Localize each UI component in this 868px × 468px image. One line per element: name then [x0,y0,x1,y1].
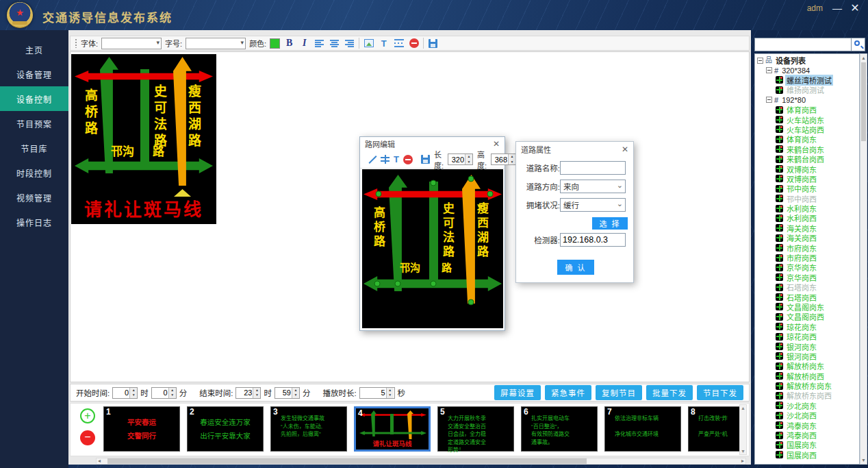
tree-item[interactable]: 琼花岗西 [755,332,859,341]
tree-item[interactable]: # 192*80 [755,95,859,105]
align-center-icon[interactable] [330,40,339,47]
stepper-arrows[interactable]: ▲▼ [253,388,260,398]
tree-item[interactable]: 鸿泰岗东 [755,420,859,430]
search-button[interactable] [852,38,865,51]
stepper-arrows[interactable]: ▲▼ [386,388,394,398]
control-point[interactable] [468,299,474,306]
program-thumbnail[interactable]: 2 春运安全连万家 出行平安靠大家 [187,406,264,452]
action-button[interactable]: 复制节目 [596,385,642,400]
tree-item[interactable]: 螺丝湾桥测试 [755,75,859,85]
dialog-titlebar[interactable]: 道路属性 ✕ [516,142,633,157]
save-icon[interactable] [421,155,430,164]
tree-item[interactable]: # 320*384 [755,65,859,75]
length-input[interactable] [448,154,465,164]
stepper-arrows[interactable]: ▲▼ [129,388,137,398]
duration-input[interactable] [360,388,386,398]
tree-item[interactable]: 沙北岗西 [755,410,859,420]
scroll-down-icon[interactable]: ▼ [860,458,867,463]
end-minute-input[interactable] [275,388,292,398]
action-button[interactable]: 节目下发 [697,385,743,400]
tree-item[interactable]: 水利岗东 [755,204,859,213]
tree-item[interactable]: 银河岗西 [755,352,859,361]
select-detector-button[interactable]: 选 择 [592,217,628,230]
road-name-input[interactable] [560,161,626,175]
tree-item[interactable]: 维扬岗测试 [755,85,859,95]
insert-text-icon[interactable]: T [378,38,390,49]
tree-expander-icon[interactable] [766,67,772,73]
road-cross-icon[interactable] [381,155,390,164]
action-button[interactable]: 紧急事件 [545,385,591,400]
tree-item[interactable]: 文昌阁岗东 [755,302,859,312]
tree-item[interactable]: 市府岗东 [755,243,859,252]
tree-item[interactable]: 市府岗西 [755,253,859,262]
delete-icon[interactable] [409,38,419,48]
tree-item[interactable]: 海关岗西 [755,233,859,243]
device-search-input[interactable] [754,38,852,51]
program-thumbnail[interactable]: 3 发生轻微交通事故 “人未伤，车能动, 先拍照，后撤离” [270,406,347,452]
tree-item[interactable]: 石塔岗西 [755,292,859,301]
bold-icon[interactable]: B [283,38,295,49]
tree-item[interactable]: 品 设备列表 [755,56,859,65]
thumbnail-scrollbar-horizontal[interactable]: ◂ ▸ [96,458,746,465]
save-icon[interactable] [429,39,437,48]
tree-item[interactable]: 海关岗东 [755,223,859,233]
tree-item[interactable]: 解放桥岗西 [755,371,859,381]
font-select[interactable] [101,38,162,49]
tree-item[interactable]: 双博岗东 [755,164,859,173]
tree-item[interactable]: 文昌阁岗西 [755,312,859,321]
detector-input[interactable] [560,233,626,247]
program-canvas[interactable]: 高桥路 史可法路 瘦西湖路 邗沟 路 请礼让斑马线 路网编辑 ✕ [70,51,750,382]
start-hour-input[interactable] [113,388,129,398]
sidebar-item[interactable]: 时段控制 [0,160,68,185]
sidebar-item[interactable]: 设备管理 [0,62,68,86]
road-network-icon[interactable] [394,39,404,47]
scroll-left-icon[interactable]: ◂ [98,458,101,465]
tree-item[interactable]: 火车站岗东 [755,114,859,124]
control-point[interactable] [487,191,494,197]
sidebar-item[interactable]: 节目库 [0,136,68,160]
end-hour-stepper[interactable]: ▲▼ [235,387,261,399]
tree-item[interactable]: 解放桥岗东 [755,361,859,371]
roadnet-edit-canvas[interactable]: 高桥路 史可法路 瘦西湖路 邗沟 路 [362,169,503,328]
insert-image-icon[interactable] [364,39,374,47]
minimize-icon[interactable]: — [830,1,845,15]
length-stepper[interactable]: ▲▼ [448,153,473,165]
scroll-up-icon[interactable]: ▲ [740,406,746,410]
close-icon[interactable]: ✕ [493,139,500,149]
tree-item[interactable]: 石塔岗东 [755,282,859,292]
tree-item[interactable]: 来鹤台岗东 [755,145,859,154]
stepper-arrows[interactable]: ▲▼ [292,388,299,398]
tree-item[interactable]: 国展岗西 [755,450,859,460]
congestion-select[interactable]: 缓行 [560,198,626,212]
program-thumbnail[interactable]: 7 依法治理非标车辆 净化城市交通环境 [604,406,681,452]
draw-line-icon[interactable] [367,155,376,164]
action-button[interactable]: 屏幕设置 [494,385,541,400]
toolbar-grip-handle[interactable] [75,38,77,48]
tree-expander-icon[interactable] [757,58,763,64]
sidebar-item[interactable]: 操作日志 [0,210,68,234]
control-point[interactable] [431,281,437,287]
close-icon[interactable]: ✕ [622,145,628,154]
tree-item[interactable]: 京华岗西 [755,273,859,282]
control-point[interactable] [376,191,382,197]
led-screen-preview[interactable]: 高桥路 史可法路 瘦西湖路 邗沟 路 请礼让斑马线 [71,54,216,224]
scroll-up-icon[interactable]: ▲ [860,56,867,60]
tree-item[interactable]: 火车站岗西 [755,125,859,134]
tree-item[interactable]: 银河岗东 [755,341,859,351]
tree-item[interactable]: 鸿泰岗西 [755,430,859,440]
add-program-icon[interactable]: + [80,408,95,423]
tree-item[interactable]: 体育岗东 [755,134,859,144]
font-size-select[interactable] [186,38,246,49]
program-thumbnail[interactable]: 8 打击改装“炸 严查严处“机 [688,406,740,452]
height-stepper[interactable]: ▲▼ [491,153,516,165]
scrollbar-thumb[interactable] [107,458,587,464]
program-thumbnail[interactable]: 1 平安春运 交警同行 [103,406,180,452]
align-left-icon[interactable] [315,40,324,47]
sidebar-item[interactable]: 节目预案 [0,111,68,136]
close-icon[interactable]: ✕ [847,1,863,15]
device-tree-scrollbar[interactable]: ▲ ▼ [860,53,867,465]
scroll-right-icon[interactable]: ▸ [741,458,744,465]
duration-stepper[interactable]: ▲▼ [359,387,395,399]
stepper-arrows[interactable]: ▲▼ [168,388,176,398]
scroll-down-icon[interactable]: ▼ [740,449,746,454]
